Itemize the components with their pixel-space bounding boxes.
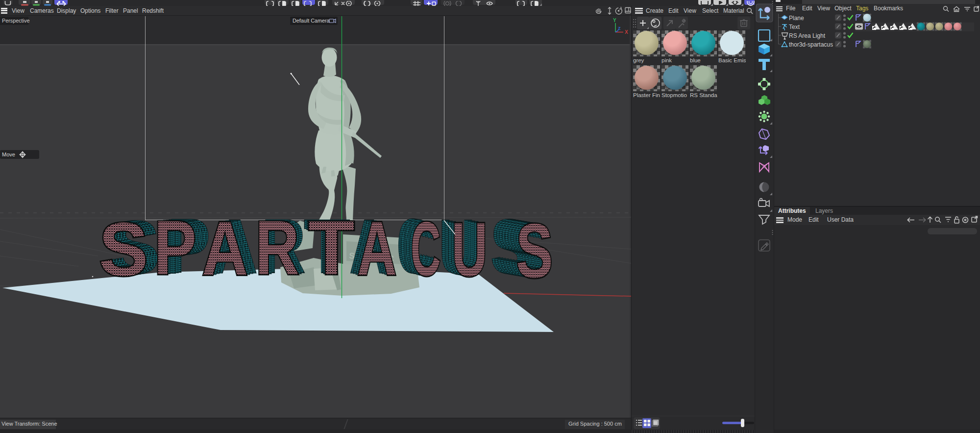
svg-text:X: X xyxy=(625,29,628,35)
svg-text:A: A xyxy=(202,205,248,290)
svg-text:thor3d-spartacus: thor3d-spartacus xyxy=(789,41,833,48)
svg-text:RS Area Light: RS Area Light xyxy=(789,32,826,39)
svg-text:C: C xyxy=(411,206,441,291)
svg-text:Plane: Plane xyxy=(789,15,804,22)
svg-text:Text: Text xyxy=(789,24,800,30)
svg-text:Default Camera: Default Camera xyxy=(293,18,330,24)
svg-text:Move: Move xyxy=(2,152,15,157)
svg-text:T: T xyxy=(308,205,355,290)
svg-text:S: S xyxy=(516,208,553,294)
svg-text:Perspective: Perspective xyxy=(2,18,29,24)
svg-text:S: S xyxy=(99,207,148,292)
svg-text:P: P xyxy=(154,205,196,290)
svg-text:U: U xyxy=(452,207,488,292)
svg-text:Z: Z xyxy=(618,26,621,31)
svg-text:A: A xyxy=(357,206,397,291)
svg-text:Y: Y xyxy=(613,18,616,23)
svg-text:R: R xyxy=(255,205,299,290)
